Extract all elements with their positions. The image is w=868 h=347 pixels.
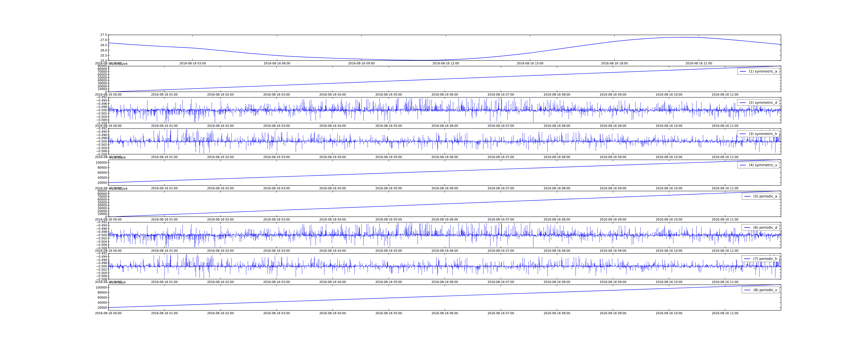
- x-tick-label: 2016-08-16 00:00: [82, 311, 134, 315]
- x-tick-label: 2016-08-16 09:00: [587, 311, 639, 315]
- x-tick-label: 2016-08-16 04:00: [307, 311, 359, 315]
- matplotlib-figure: 27.527.026.526.025.525.02016-08-16 00:00…: [0, 0, 868, 347]
- y-tick-label: 40000: [0, 301, 107, 305]
- y-axis-offset-text: +1.4713e9: [109, 281, 125, 284]
- axis-tick-marks: [107, 285, 781, 310]
- y-tick-label: 20000: [0, 306, 107, 310]
- subplot-8: (8) periodic_v +1.4713e9 100000800006000…: [0, 0, 868, 347]
- x-tick-label: 2016-08-16 08:00: [531, 311, 583, 315]
- y-tick-label: 80000: [0, 291, 107, 294]
- x-tick-label: 2016-08-16 01:00: [138, 311, 190, 315]
- x-tick-label: 2016-08-16 02:00: [194, 311, 247, 315]
- series-line: [108, 285, 781, 308]
- plot-area: [108, 285, 781, 311]
- x-tick-label: 2016-08-16 03:00: [250, 311, 303, 315]
- legend: (8) periodic_v: [742, 287, 779, 293]
- y-tick-label: 100000: [0, 286, 107, 289]
- legend-label: (8) periodic_v: [753, 288, 777, 292]
- y-tick-label: 60000: [0, 296, 107, 299]
- x-tick-label: 2016-08-16 05:00: [363, 311, 415, 315]
- x-tick-label: 2016-08-16 06:00: [419, 311, 471, 315]
- x-tick-label: 2016-08-16 10:00: [643, 311, 695, 315]
- plot-frame: [108, 285, 781, 310]
- x-tick-label: 2016-08-16 07:00: [475, 311, 527, 315]
- legend-line-sample: [744, 290, 750, 290]
- x-tick-label: 2016-08-16 11:00: [699, 311, 751, 315]
